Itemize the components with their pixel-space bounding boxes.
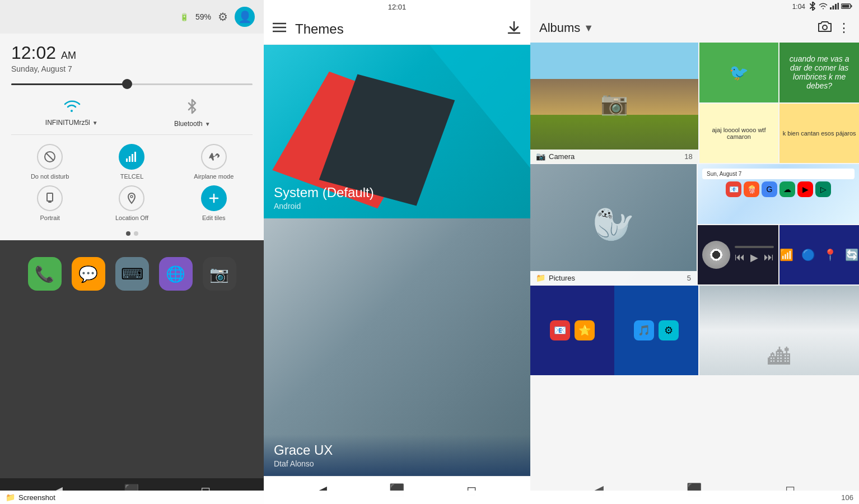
app-browser[interactable]: 🌐 (159, 257, 193, 291)
pictures-album[interactable]: 🦭 📁 Pictures 5 (530, 164, 697, 284)
music-track-bar (735, 246, 774, 248)
brightness-track[interactable] (11, 83, 253, 85)
app-icons-row: 📞 💬 ⌨ 🌐 📷 (0, 240, 264, 296)
panel-quicksettings: 🔋 59% ⚙ 👤 12:02 AM Sunday, August 7 (0, 0, 264, 504)
battery-icon: 🔋 (180, 13, 189, 21)
bluetooth-icon (185, 99, 199, 118)
download-album[interactable]: 🐦 cuando me vas a dar de comer las lombr… (699, 43, 859, 163)
music-buttons: ⏮ ▶ ⏭ (735, 251, 774, 264)
google-app-icon: G (762, 181, 777, 197)
dropdown-icon[interactable]: ▼ (583, 22, 594, 34)
menu-icon[interactable] (273, 22, 286, 36)
themes-title: Themes (295, 21, 498, 37)
svg-rect-17 (838, 3, 839, 10)
camera-overlay-icon: 📷 (600, 90, 628, 116)
camera-album-info: 📷 Camera 18 (530, 150, 698, 163)
unknown-album-2[interactable]: 🏙 (699, 286, 859, 375)
music-controls: ⏮ ▶ ⏭ (735, 246, 774, 264)
folder-camera-icon: 📷 (536, 152, 545, 161)
music-widget-img: ⏮ ▶ ⏭ (698, 225, 778, 285)
bird-image: 🐦 (699, 43, 779, 102)
bottom-homescreen: 📞 💬 ⌨ 🌐 📷 (0, 240, 264, 478)
page-dots (0, 227, 264, 240)
brightness-fill (11, 83, 127, 85)
bt-status-icon (809, 2, 816, 12)
theme-author-grace: Dtaf Alonso (274, 459, 520, 468)
bird-green-img: 🐦 (699, 43, 779, 102)
bird-meme-img: cuando me vas a dar de comer las lombric… (779, 43, 859, 102)
avatar[interactable]: 👤 (235, 7, 255, 27)
sync-widget-icon: 🔄 (845, 248, 859, 262)
wifi-bt-row: INFINITUMrz5l ▼ Bluetooth ▼ (0, 93, 264, 131)
music-app-img: 📧 ⭐ (530, 286, 614, 375)
divider (11, 134, 253, 135)
portrait-label: Portrait (40, 214, 59, 221)
meme2-img: ajaj looool wooo wtf camaron (699, 104, 779, 164)
brightness-thumb[interactable] (122, 79, 132, 89)
tile-airplane[interactable]: Airplane mode (192, 144, 236, 180)
ss-bar: Sun, August 7 (702, 169, 855, 179)
mist-image: 🏙 (699, 286, 859, 375)
albums-toolbar: Albums ▼ ⋮ (530, 13, 859, 43)
albums-time: 1:04 (792, 3, 805, 11)
camera-album-count: 18 (684, 152, 692, 161)
theme-card-system[interactable]: System (Default) Android (264, 45, 530, 218)
bluetooth-tile[interactable]: Bluetooth ▼ (132, 93, 253, 131)
screenshot-album[interactable]: Sun, August 7 📧 🍿 G ☁ ▶ ▷ (698, 164, 859, 284)
signal-status (830, 3, 839, 11)
loc-widget-icon: 📍 (823, 248, 837, 262)
app-icons-grid-2: 🎵 ⚙ (634, 320, 679, 340)
tile-portrait[interactable]: Portrait (27, 185, 72, 221)
app-icon-2: ⭐ (575, 320, 595, 340)
more-icon[interactable]: ⋮ (838, 21, 850, 35)
themes-list: System (Default) Android Grace UX Dtaf A… (264, 45, 530, 476)
wifi-status-icon (819, 3, 828, 11)
download-icon[interactable] (507, 20, 521, 38)
settings-icon[interactable]: ⚙ (218, 10, 228, 24)
svg-rect-2 (126, 158, 128, 162)
app-dialer[interactable]: ⌨ (115, 257, 149, 291)
music-widget-image: ⏮ ▶ ⏭ (698, 225, 778, 285)
themes-statusbar: 12:01 (264, 0, 530, 13)
svg-point-21 (823, 25, 827, 30)
snack-app-icon: 🍿 (744, 181, 759, 197)
location-label: Location Off (115, 214, 148, 221)
music-next-icon: ⏭ (764, 251, 774, 263)
pictures-album-info: 📁 Pictures 5 (530, 271, 697, 284)
app-camera[interactable]: 📷 (203, 257, 236, 291)
wifi-tile[interactable]: INFINITUMrz5l ▼ (11, 93, 132, 131)
tile-edittiles[interactable]: Edit tiles (192, 185, 236, 221)
ampm: AM (61, 50, 76, 61)
tile-dnd[interactable]: Do not disturb (27, 144, 72, 180)
app-messages[interactable]: 💬 (72, 257, 105, 291)
albums-title: Albums (539, 21, 580, 35)
unknown-album-1[interactable]: 📧 ⭐ 🎵 ⚙ (530, 286, 698, 375)
telcel-label: TELCEL (120, 173, 144, 180)
theme-info-system: System (Default) Android (264, 177, 530, 218)
albums-title-dropdown[interactable]: Albums ▼ (539, 21, 594, 35)
portrait-icon (37, 185, 63, 211)
bt-dropdown-arrow[interactable]: ▼ (205, 121, 211, 127)
app-phone[interactable]: 📞 (28, 257, 62, 291)
albums-grid: 📷 📷 Camera 18 🐦 (530, 43, 859, 476)
wifi-dropdown-arrow[interactable]: ▼ (92, 120, 98, 126)
dialer-icon: ⌨ (121, 265, 143, 283)
theme-card-grace[interactable]: Grace UX Dtaf Alonso (264, 218, 530, 476)
theme-author-system: Android (274, 202, 520, 211)
tile-location[interactable]: Location Off (109, 185, 154, 221)
themes-time: 12:01 (388, 3, 407, 11)
widget-img: 📶 🔵 📍 🔄 (779, 225, 859, 285)
albums-row-1: 📷 📷 Camera 18 🐦 (530, 43, 859, 163)
tile-telcel[interactable]: TELCEL (109, 144, 154, 180)
svg-rect-15 (833, 6, 834, 10)
camera-album[interactable]: 📷 📷 Camera 18 (530, 43, 698, 163)
phone-icon: 📞 (35, 265, 54, 283)
svg-rect-4 (132, 154, 133, 162)
theme-name-grace: Grace UX (274, 442, 520, 458)
camera-icon: 📷 (209, 265, 229, 283)
battery-status-icon (841, 3, 852, 11)
panel-albums: 1:04 (530, 0, 859, 504)
bird-meme-image: cuando me vas a dar de comer las lombric… (779, 43, 859, 102)
camera-toolbar-icon[interactable] (818, 20, 832, 36)
brightness-slider[interactable] (0, 76, 264, 93)
